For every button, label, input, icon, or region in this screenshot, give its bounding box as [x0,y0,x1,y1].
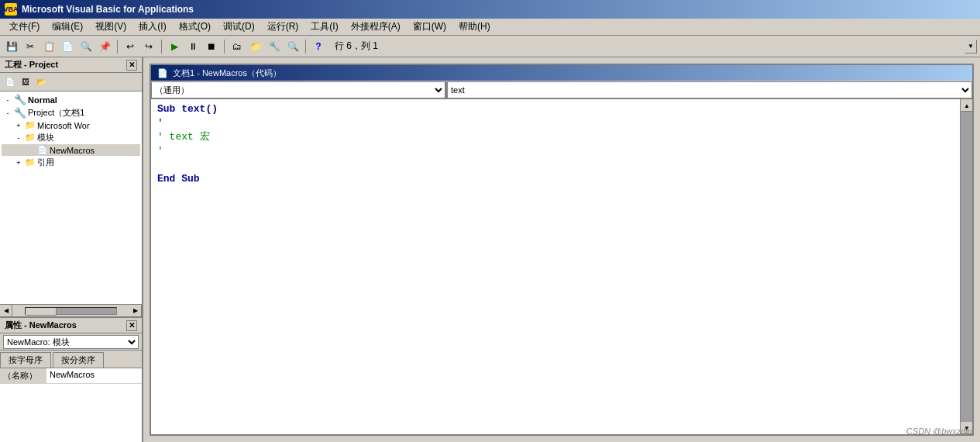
watermark: CSDN @bwxzdjn [906,426,972,436]
menu-debug[interactable]: 调试(D) [217,19,261,35]
properties-object-select[interactable]: NewMacro: 模块 [3,335,139,349]
properties-panel-header: 属性 - NewMacros ✕ [0,318,142,333]
properties-panel-close[interactable]: ✕ [126,320,137,331]
toolbar-separator4 [305,40,306,54]
tree-expand-msword: + [14,122,23,129]
menu-format[interactable]: 格式(O) [173,19,217,35]
right-panel: 📄 文档1 - NewMacros（代码） （通用） text Sub text… [143,57,980,442]
project-panel: 工程 - Project ✕ 📄 🖼 📂 - 🔧 Normal - 🔧 [0,57,142,318]
toolbar-separator3 [224,40,225,54]
menu-help[interactable]: 帮助(H) [452,19,497,35]
code-toolbar: （通用） text [151,81,972,99]
project-panel-header: 工程 - Project ✕ [0,57,142,73]
properties-tabs: 按字母序 按分类序 [0,350,142,368]
vscroll-track [961,112,972,422]
app-icon: VBA [5,3,17,16]
cursor-status: 行 6，列 1 [335,40,378,53]
props-row-name: （名称） NewMacros [0,368,142,384]
properties-panel: 属性 - NewMacros ✕ NewMacro: 模块 按字母序 按分类序 … [0,318,142,442]
toolbar-help-btn[interactable]: ? [310,38,327,55]
toolbar-paste-btn[interactable]: 📄 [59,38,76,55]
menu-edit[interactable]: 编辑(E) [46,19,89,35]
tree-expand-project: - [3,109,12,117]
project-panel-title: 工程 - Project [5,59,58,71]
code-proc-select[interactable]: text [447,81,972,98]
code-vscrollbar: ▲ ▼ [960,99,972,434]
toolbar-project-btn[interactable]: 📁 [247,38,264,55]
hscroll-left-btn[interactable]: ◀ [0,305,12,317]
tree-item-newmacros[interactable]: 📄 NewMacros [2,144,140,156]
tree-label-modules: 模块 [37,132,54,143]
newmacros-icon: 📄 [37,145,48,155]
project-toggle-folders-btn[interactable]: 📂 [34,75,48,89]
vscroll-up-btn[interactable]: ▲ [961,99,972,112]
title-bar: VBA Microsoft Visual Basic for Applicati… [0,0,980,19]
hscroll-thumb[interactable] [26,308,57,316]
hscroll-track [25,307,117,315]
menu-window[interactable]: 窗口(W) [407,19,452,35]
tree-item-project[interactable]: - 🔧 Project（文档1 [2,106,140,119]
tree-expand-modules: - [14,134,23,142]
menu-view[interactable]: 视图(V) [89,19,132,35]
code-window-title-text: 文档1 - NewMacros（代码） [173,67,281,79]
project-icon: 🔧 [14,107,26,119]
tree-item-msword[interactable]: + 📁 Microsoft Wor [2,119,140,131]
project-panel-toolbar: 📄 🖼 📂 [0,73,142,92]
props-val-name: NewMacros [46,368,98,383]
toolbar-copy-btn[interactable]: 📋 [40,38,57,55]
code-editor[interactable]: Sub text() ' ' text 宏 ' End Sub [151,99,960,434]
tree-item-references[interactable]: + 📁 引用 [2,156,140,169]
toolbar-props-btn[interactable]: 🔧 [266,38,283,55]
menu-file[interactable]: 文件(F) [3,19,46,35]
project-tree[interactable]: - 🔧 Normal - 🔧 Project（文档1 + 📁 Microsoft… [0,92,142,304]
menu-addins[interactable]: 外接程序(A) [345,19,407,35]
main-layout: 工程 - Project ✕ 📄 🖼 📂 - 🔧 Normal - 🔧 [0,57,980,442]
modules-folder-icon: 📁 [25,133,36,143]
project-panel-close[interactable]: ✕ [126,60,137,71]
toolbar-designer-btn[interactable]: 🗂 [229,38,246,55]
tree-label-normal: Normal [28,95,57,105]
references-folder-icon: 📁 [25,157,36,167]
tree-item-modules[interactable]: - 📁 模块 [2,131,140,144]
toolbar-save-btn[interactable]: 💾 [3,38,20,55]
code-body: Sub text() ' ' text 宏 ' End Sub ▲ ▼ [151,99,972,434]
project-view-form-btn[interactable]: 🖼 [19,75,33,89]
toolbar-undo-btn[interactable]: ↩ [122,38,139,55]
tree-label-newmacros: NewMacros [50,146,95,155]
toolbar-search-btn[interactable]: 🔍 [284,38,301,55]
toolbar-scroll-btn[interactable]: ▼ [965,40,977,54]
toolbar-pause-btn[interactable]: ⏸ [184,38,201,55]
toolbar-btn5[interactable]: 🔍 [77,38,95,55]
tree-label-project: Project（文档1 [28,107,84,119]
code-object-select[interactable]: （通用） [151,81,445,98]
tree-expand-normal: - [3,96,12,104]
toolbar-redo-btn[interactable]: ↪ [140,38,157,55]
properties-panel-title: 属性 - NewMacros [5,319,77,331]
code-window-title-bar: 📄 文档1 - NewMacros（代码） [151,65,972,81]
toolbar-stop-btn[interactable]: ⏹ [203,38,220,55]
properties-toolbar: NewMacro: 模块 [0,333,142,350]
normal-icon: 🔧 [14,94,26,105]
tree-item-normal[interactable]: - 🔧 Normal [2,93,140,106]
menu-insert[interactable]: 插入(I) [132,19,172,35]
toolbar-btn6[interactable]: 📌 [96,38,113,55]
props-key-name: （名称） [0,368,46,383]
toolbar-cut-btn[interactable]: ✂ [22,38,39,55]
menu-bar: 文件(F) 编辑(E) 视图(V) 插入(I) 格式(O) 调试(D) 运行(R… [0,19,980,36]
hscroll-right-btn[interactable]: ▶ [129,305,142,317]
toolbar: 💾 ✂ 📋 📄 🔍 📌 ↩ ↪ ▶ ⏸ ⏹ 🗂 📁 🔧 🔍 ? 行 6，列 1 … [0,36,980,57]
code-window-icon: 📄 [157,68,168,78]
tree-expand-references: + [14,159,23,167]
props-tab-alpha[interactable]: 按字母序 [0,352,51,368]
tree-label-msword: Microsoft Wor [37,121,90,130]
code-window: 📄 文档1 - NewMacros（代码） （通用） text Sub text… [150,64,974,436]
project-hscrollbar[interactable]: ◀ ▶ [0,304,142,316]
menu-run[interactable]: 运行(R) [261,19,305,35]
toolbar-separator1 [117,40,118,54]
menu-tools[interactable]: 工具(I) [304,19,344,35]
props-tab-category[interactable]: 按分类序 [53,352,104,368]
project-view-code-btn[interactable]: 📄 [3,75,17,89]
tree-label-references: 引用 [37,157,54,168]
msword-folder-icon: 📁 [25,120,36,130]
toolbar-run-btn[interactable]: ▶ [166,38,183,55]
